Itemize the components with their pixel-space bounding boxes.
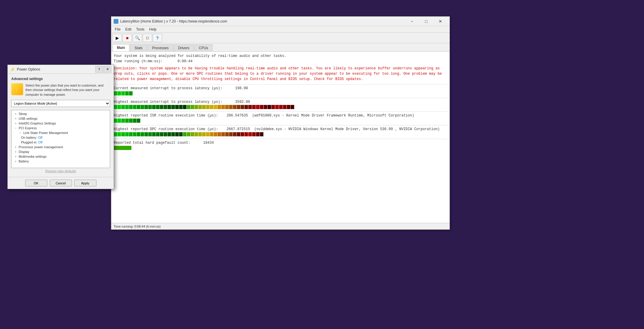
metric-5: Reported total hard pagefault count: 184… — [114, 139, 447, 150]
dialog-close-button[interactable]: ✕ — [104, 66, 111, 73]
menubar: File Edit Tools Help — [111, 26, 450, 33]
metric-1: Current measured interrupt to process la… — [114, 84, 447, 95]
metric-4-label: Highest reported DPC routine execution t… — [114, 127, 447, 131]
tree-sleep[interactable]: + Sleep — [13, 111, 109, 116]
tab-stats[interactable]: Stats — [130, 44, 147, 51]
main-content: Your system is being analyzed for suitab… — [111, 52, 450, 223]
multimedia-expand-icon: + — [14, 155, 17, 158]
apply-button[interactable]: Apply — [74, 180, 96, 186]
tree-link-state[interactable]: − Link State Power Management — [13, 130, 109, 135]
menu-tools[interactable]: Tools — [134, 27, 147, 32]
latencymon-icon — [114, 19, 118, 24]
tree-intel-graphics[interactable]: + Intel(R) Graphics Settings — [13, 121, 109, 126]
tree-battery[interactable]: + Battery — [13, 159, 109, 164]
close-button[interactable]: ✕ — [434, 17, 447, 26]
latencymon-title: LatencyMon (Home Edition ) v 7.20 - http… — [120, 19, 405, 23]
latencymon-titlebar: LatencyMon (Home Edition ) v 7.20 - http… — [111, 17, 450, 26]
advanced-settings-label: Advanced settings — [11, 77, 110, 81]
description-text: Select the power plan that you want to c… — [25, 83, 110, 97]
tree-container: + Sleep + USB settings + Intel(R) Graphi… — [11, 110, 110, 168]
statusbar-text: Time running: 0:08:44 (h:mm:ss) — [114, 225, 161, 228]
metric-3-label: Highest reported ISR routine execution t… — [114, 114, 447, 118]
metric-1-label: Current measured interrupt to process la… — [114, 86, 447, 90]
pci-label: PCI Express — [19, 126, 37, 130]
display-expand-icon: + — [14, 150, 17, 154]
dialog-buttons: OK Cancel Apply — [8, 177, 114, 189]
battery-expand-icon: + — [14, 160, 17, 163]
display-label: Display — [19, 150, 29, 154]
on-battery-value: Off — [38, 136, 42, 139]
metric-4: Highest reported DPC routine execution t… — [114, 125, 447, 136]
stop-button[interactable]: ■ — [123, 34, 132, 42]
minimize-button[interactable]: − — [405, 17, 419, 26]
ok-button[interactable]: OK — [25, 180, 47, 186]
pci-expand-icon: − — [14, 127, 17, 130]
link-expand-icon: − — [19, 131, 22, 135]
multimedia-label: Multimedia settings — [19, 155, 46, 158]
sleep-expand-icon: + — [14, 112, 17, 116]
processor-label: Processor power management — [19, 145, 63, 149]
power-options-icon: ⚡ — [10, 67, 15, 72]
status-analyzing: Your system is being analyzed for suitab… — [114, 54, 447, 58]
menu-edit[interactable]: Edit — [123, 27, 134, 32]
metric-3-bar — [114, 119, 447, 123]
tabs-bar: Main Stats Processes Drivers CPUs — [111, 43, 450, 52]
cancel-button[interactable]: Cancel — [50, 180, 72, 186]
dialog-controls: ? ✕ — [95, 66, 111, 73]
tree-usb-settings[interactable]: + USB settings — [13, 116, 109, 121]
usb-label: USB settings — [19, 117, 38, 120]
menu-help[interactable]: Help — [147, 27, 159, 32]
time-running-row: Time running (h:mm:ss): 0:08:44 — [114, 59, 447, 63]
plugged-in-value: Off — [38, 140, 42, 144]
tree-plugged-in: Plugged in: Off — [13, 140, 109, 145]
tab-main[interactable]: Main — [112, 44, 129, 51]
tab-processes[interactable]: Processes — [148, 44, 173, 51]
window-controls: − □ ✕ — [405, 17, 447, 26]
play-button[interactable]: ▶ — [112, 34, 122, 42]
dialog-content: Advanced settings ⚡ Select the power pla… — [8, 74, 114, 177]
metric-5-bar — [114, 146, 447, 150]
capture-button[interactable]: ▢ — [143, 34, 152, 42]
tree-pci-express[interactable]: − PCI Express — [13, 126, 109, 130]
sleep-label: Sleep — [19, 112, 27, 116]
conclusion-text: Conclusion: Your system appears to be ha… — [114, 66, 447, 82]
metric-2-bar — [114, 105, 447, 109]
metric-3: Highest reported ISR routine execution t… — [114, 111, 447, 123]
metric-2-label: Highest measured interrupt to process la… — [114, 100, 447, 104]
dialog-help-button[interactable]: ? — [95, 66, 103, 73]
metric-2: Highest measured interrupt to process la… — [114, 98, 447, 109]
info-button[interactable]: ? — [153, 34, 162, 42]
restore-plan-link[interactable]: Restore plan defaults — [11, 168, 110, 174]
tree-processor-power[interactable]: + Processor power management — [13, 145, 109, 149]
intel-label: Intel(R) Graphics Settings — [19, 122, 56, 125]
search-button[interactable]: 🔍 — [133, 34, 142, 42]
tab-drivers[interactable]: Drivers — [174, 44, 194, 51]
metric-1-bar — [114, 91, 447, 95]
tree-display[interactable]: + Display — [13, 149, 109, 154]
intel-expand-icon: + — [14, 122, 17, 125]
description-row: ⚡ Select the power plan that you want to… — [11, 83, 110, 97]
statusbar: Time running: 0:08:44 (h:mm:ss) — [111, 223, 450, 229]
battery-label: Battery — [19, 159, 29, 163]
usb-expand-icon: + — [14, 117, 17, 120]
metric-5-label: Reported total hard pagefault count: 184… — [114, 141, 447, 145]
dialog-titlebar: ⚡ Power Options ? ✕ — [8, 65, 114, 74]
tab-cpus[interactable]: CPUs — [194, 44, 212, 51]
power-icon-box: ⚡ — [11, 83, 23, 95]
toolbar: ▶ ■ 🔍 ▢ ? — [111, 33, 450, 43]
menu-file[interactable]: File — [112, 27, 123, 32]
link-label: Link State Power Management — [23, 131, 68, 135]
power-options-dialog: ⚡ Power Options ? ✕ Advanced settings ⚡ … — [7, 65, 114, 189]
tree-multimedia[interactable]: + Multimedia settings — [13, 154, 109, 159]
tree-on-battery: On battery: Off — [13, 135, 109, 140]
dialog-title: Power Options — [17, 67, 95, 71]
plan-select[interactable]: Legion Balance Mode [Active] — [11, 100, 110, 107]
latencymon-window: LatencyMon (Home Edition ) v 7.20 - http… — [111, 16, 450, 230]
metric-4-bar — [114, 132, 447, 136]
processor-expand-icon: + — [14, 146, 17, 149]
maximize-button[interactable]: □ — [419, 17, 433, 26]
